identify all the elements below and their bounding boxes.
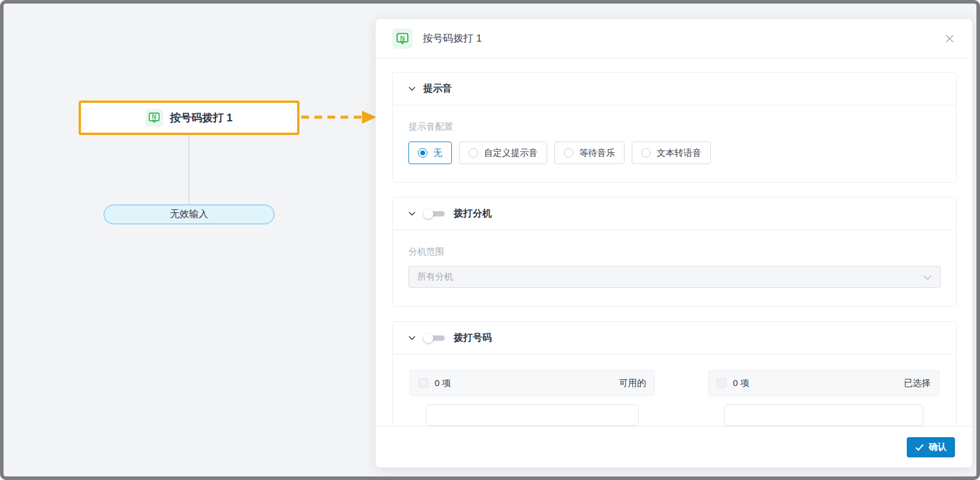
flow-node-label: 按号码拨打 1 — [170, 111, 232, 125]
select-value: 所有分机 — [417, 271, 453, 283]
svg-text:N: N — [152, 114, 157, 120]
toggle-knob — [423, 209, 433, 219]
section-title: 拨打号码 — [454, 332, 492, 344]
node-speech-bubble-icon: N — [145, 109, 163, 127]
transfer-panel-selected: 0 项 已选择 — [708, 370, 940, 426]
section-dial-extension-header[interactable]: 拨打分机 — [393, 197, 956, 230]
section-title: 提示音 — [423, 83, 452, 95]
radio-label: 等待音乐 — [579, 148, 615, 159]
prompt-option-group: 无 自定义提示音 等待音乐 文本转语音 — [408, 142, 941, 164]
dial-extension-toggle[interactable] — [423, 208, 446, 219]
transfer-search-input[interactable] — [426, 404, 639, 426]
chevron-down-icon — [923, 272, 932, 282]
transfer-panel-title: 可用的 — [619, 378, 646, 389]
radio-icon — [418, 148, 427, 158]
transfer-panel-title: 已选择 — [904, 378, 931, 389]
app-window: N 按号码拨打 1 无效输入 N 按号码拨打 1 — [0, 0, 980, 480]
radio-option-text-to-speech[interactable]: 文本转语音 — [632, 142, 711, 164]
toggle-knob — [423, 333, 433, 343]
edge-label-text: 无效输入 — [170, 208, 208, 221]
panel-speech-bubble-icon: N — [392, 29, 413, 49]
chevron-down-icon — [408, 335, 416, 340]
dial-number-toggle[interactable] — [423, 332, 446, 344]
radio-label: 文本转语音 — [657, 148, 701, 159]
confirm-button-label: 确认 — [929, 441, 947, 453]
transfer-panel-available: 0 项 可用的 — [410, 370, 655, 426]
section-dial-number: 拨打号码 0 项 可用的 — [392, 321, 957, 426]
panel-footer: 确认 — [376, 426, 972, 468]
check-icon — [915, 444, 924, 451]
radio-icon — [641, 148, 651, 158]
prompt-config-label: 提示音配置 — [408, 121, 941, 133]
radio-option-hold-music[interactable]: 等待音乐 — [554, 142, 625, 164]
chevron-down-icon — [408, 211, 416, 216]
svg-text:N: N — [400, 34, 405, 41]
radio-icon — [469, 148, 478, 158]
confirm-button[interactable]: 确认 — [907, 437, 955, 457]
section-prompt-tone-body: 提示音配置 无 自定义提示音 等待音乐 — [393, 105, 956, 182]
edge-label-invalid-input[interactable]: 无效输入 — [104, 205, 274, 224]
section-prompt-tone: 提示音 提示音配置 无 自定义提示音 — [392, 72, 957, 183]
section-dial-extension-body: 分机范围 所有分机 — [393, 230, 956, 306]
radio-label: 无 — [433, 148, 442, 159]
close-icon[interactable] — [944, 33, 956, 45]
transfer-count: 0 项 — [733, 378, 750, 389]
transfer-available-header: 0 项 可用的 — [410, 370, 655, 396]
transfer-search-input[interactable] — [724, 404, 923, 426]
select-all-checkbox[interactable] — [419, 378, 428, 388]
flow-node-dial-by-number[interactable]: N 按号码拨打 1 — [79, 101, 299, 135]
extension-range-label: 分机范围 — [408, 246, 941, 258]
selection-arrow-icon — [301, 105, 378, 131]
section-prompt-tone-header[interactable]: 提示音 — [393, 73, 956, 105]
section-dial-number-header[interactable]: 拨打号码 — [393, 322, 956, 354]
select-all-checkbox[interactable] — [717, 378, 726, 388]
node-config-panel: N 按号码拨打 1 提示音 提示 — [376, 19, 972, 468]
radio-option-custom-prompt[interactable]: 自定义提示音 — [459, 142, 547, 164]
extension-range-select[interactable]: 所有分机 — [408, 266, 941, 288]
panel-header: N 按号码拨打 1 — [376, 19, 972, 58]
transfer-list: 0 项 可用的 0 项 已选择 — [410, 370, 940, 426]
radio-option-none[interactable]: 无 — [408, 142, 452, 164]
radio-icon — [564, 148, 573, 158]
section-dial-number-body: 0 项 可用的 0 项 已选择 — [393, 354, 956, 426]
section-title: 拨打分机 — [454, 208, 492, 220]
panel-body: 提示音 提示音配置 无 自定义提示音 — [376, 58, 972, 426]
section-dial-extension: 拨打分机 分机范围 所有分机 — [392, 197, 957, 307]
edge-connector-line — [189, 135, 189, 205]
transfer-selected-header: 0 项 已选择 — [708, 370, 940, 396]
radio-label: 自定义提示音 — [484, 148, 538, 159]
panel-title: 按号码拨打 1 — [423, 32, 482, 45]
chevron-down-icon — [408, 86, 416, 91]
transfer-count: 0 项 — [435, 378, 451, 389]
